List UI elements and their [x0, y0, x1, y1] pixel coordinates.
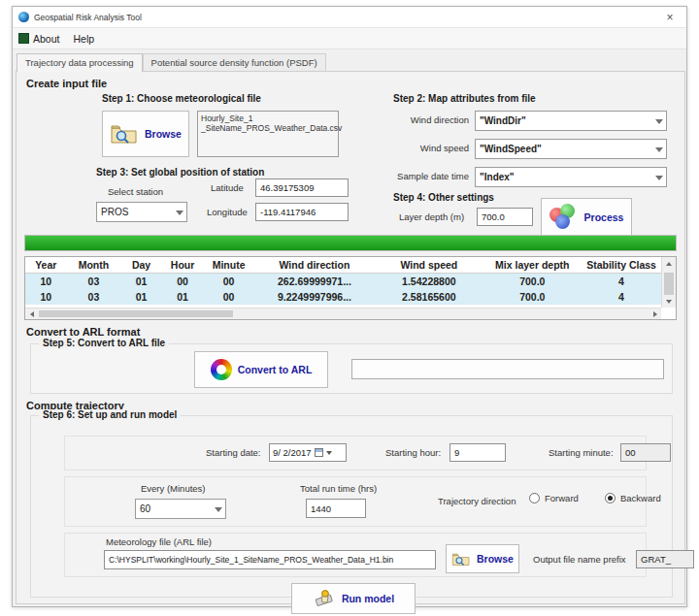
close-button[interactable]: × — [659, 11, 681, 24]
met-file-value: C:\HYSPLIT\working\Hourly_Site_1_SiteNam… — [109, 555, 393, 565]
weather-table: YearMonthDayHourMinuteWind directionWind… — [24, 256, 677, 320]
starting-date-value: 9/ 2/2017 — [273, 447, 312, 458]
scroll-up-icon[interactable] — [662, 257, 676, 270]
table-cell: 700.0 — [483, 274, 582, 290]
scroll-down-icon[interactable] — [662, 295, 676, 308]
column-header[interactable]: Month — [67, 257, 121, 274]
menu-bar: About Help — [13, 28, 686, 49]
process-button[interactable]: Process — [541, 198, 632, 237]
start-time-panel: Starting date: 9/ 2/2017 Starting hour: … — [64, 436, 647, 470]
starting-date-picker[interactable]: 9/ 2/2017 — [269, 443, 347, 462]
scroll-right-icon[interactable] — [649, 308, 661, 319]
chevron-down-icon — [655, 176, 663, 180]
trajectory-tab-page: Create input file Step 1: Choose meteoro… — [16, 71, 685, 604]
wind-direction-select[interactable]: "WindDir" — [475, 111, 667, 131]
table-cell: 10 — [25, 289, 67, 305]
starting-hour-label: Starting hour: — [385, 447, 441, 458]
table-cell: 262.69999971... — [254, 274, 375, 290]
output-prefix-input[interactable]: GRAT_ — [636, 550, 694, 568]
backward-radio[interactable]: Backward — [605, 493, 661, 503]
step2-title: Step 2: Map attributes from file — [393, 93, 536, 104]
trajectory-direction-label: Trajectory direction — [438, 496, 516, 506]
app-icon — [18, 12, 29, 22]
tab-psdf[interactable]: Potential source density function (PSDF) — [143, 53, 326, 72]
wind-direction-value: "WindDir" — [480, 115, 526, 126]
wind-speed-select[interactable]: "WindSpeed" — [475, 139, 667, 159]
starting-minute-input[interactable]: 00 — [620, 443, 671, 462]
run-model-button[interactable]: Run model — [291, 583, 416, 614]
layer-depth-input[interactable]: 700.0 — [477, 208, 533, 226]
total-run-time-input[interactable]: 1440 — [306, 499, 366, 518]
tab-strip: Trajectory data processing Potential sou… — [17, 53, 326, 72]
column-header[interactable]: Stability Class — [582, 257, 661, 274]
table-cell: 03 — [67, 274, 121, 290]
scroll-left-icon[interactable] — [25, 308, 38, 319]
table-horizontal-scrollbar[interactable] — [25, 308, 661, 319]
total-run-time-label: Total run time (hrs) — [300, 483, 377, 494]
every-minutes-select[interactable]: 60 — [135, 499, 226, 519]
column-header[interactable]: Wind direction — [254, 257, 375, 274]
create-input-file-group: Create input file Step 1: Choose meteoro… — [24, 78, 679, 322]
column-header[interactable]: Hour — [162, 257, 204, 274]
processing-progress-bar — [24, 235, 677, 251]
starting-minute-value: 00 — [625, 447, 636, 458]
longitude-label: Longitude — [207, 207, 248, 217]
menu-about-label: About — [33, 33, 59, 45]
step1-browse-button[interactable]: Browse — [102, 111, 189, 157]
column-header[interactable]: Minute — [203, 257, 253, 274]
column-header[interactable]: Mix layer depth — [483, 257, 582, 274]
menu-about[interactable]: About — [18, 33, 59, 45]
latitude-label: Latitude — [211, 182, 244, 193]
table-row[interactable]: 1003010000262.69999971...1.54228800700.0… — [25, 274, 661, 290]
met-file-input[interactable]: C:\HYSPLIT\working\Hourly_Site_1_SiteNam… — [104, 550, 436, 569]
chevron-down-icon — [326, 451, 332, 455]
select-station-label: Select station — [108, 186, 163, 197]
run-model-label: Run model — [342, 593, 394, 604]
step3-title: Step 3: Set global position of station — [96, 167, 264, 178]
grid-head: YearMonthDayHourMinuteWind directionWind… — [25, 257, 661, 274]
layer-depth-label: Layer depth (m) — [399, 211, 464, 222]
forward-radio[interactable]: Forward — [529, 493, 579, 503]
sample-date-time-select[interactable]: "Index" — [475, 167, 667, 187]
table-vertical-scrollbar[interactable] — [661, 257, 676, 308]
column-header[interactable]: Wind speed — [375, 257, 483, 274]
menu-help[interactable]: Help — [73, 33, 94, 45]
met-file-label: Meteorology file (ARL file) — [106, 536, 212, 547]
every-minutes-value: 60 — [140, 503, 150, 514]
compute-trajectory-group: Compute trajectory Step 6: Set up and ru… — [24, 400, 679, 600]
calendar-icon — [315, 448, 323, 457]
table-row[interactable]: 10030101009.2249997996...2.58165600700.0… — [25, 289, 661, 305]
starting-date-label: Starting date: — [206, 447, 261, 458]
table-cell: 9.2249997996... — [254, 289, 375, 305]
table-cell: 00 — [162, 274, 204, 290]
create-input-file-title: Create input file — [26, 78, 107, 89]
folder-search-icon — [451, 551, 471, 567]
table-cell: 700.0 — [483, 289, 582, 305]
tab-trajectory-data-processing[interactable]: Trajectory data processing — [17, 53, 143, 72]
starting-hour-input[interactable]: 9 — [449, 443, 506, 462]
sample-date-time-label: Sample date time — [383, 171, 469, 181]
file-name-line1: Hourly_Site_1 — [201, 113, 335, 123]
starting-hour-value: 9 — [454, 447, 459, 458]
table-cell: 2.58165600 — [375, 289, 483, 305]
table-cell: 01 — [120, 289, 162, 305]
convert-to-arl-button[interactable]: Convert to ARL — [194, 351, 328, 388]
convert-arl-group: Convert to ARL format Step 5: Convert to… — [24, 326, 679, 396]
station-select[interactable]: PROS — [96, 202, 187, 222]
convert-arl-title: Convert to ARL format — [26, 326, 140, 338]
table-cell: 03 — [67, 289, 121, 305]
latitude-value: 46.39175309 — [260, 182, 314, 193]
met-file-panel: Meteorology file (ARL file) C:\HYSPLIT\w… — [64, 533, 647, 577]
column-header[interactable]: Year — [25, 257, 67, 274]
window-title: Geospatial Risk Analysis Tool — [34, 13, 142, 22]
table-cell: 1.54228800 — [375, 274, 483, 290]
met-browse-button[interactable]: Browse — [446, 544, 519, 573]
column-header[interactable]: Day — [120, 257, 162, 274]
longitude-input[interactable]: -119.4117946 — [255, 203, 349, 221]
table-cell: 01 — [120, 274, 162, 290]
latitude-input[interactable]: 46.39175309 — [255, 178, 349, 197]
file-name-line2: _SiteName_PROS_Weather_Data.csv — [201, 123, 335, 133]
color-ring-icon — [211, 359, 232, 380]
hscroll-thumb[interactable] — [39, 310, 233, 317]
run-model-icon — [313, 588, 336, 609]
